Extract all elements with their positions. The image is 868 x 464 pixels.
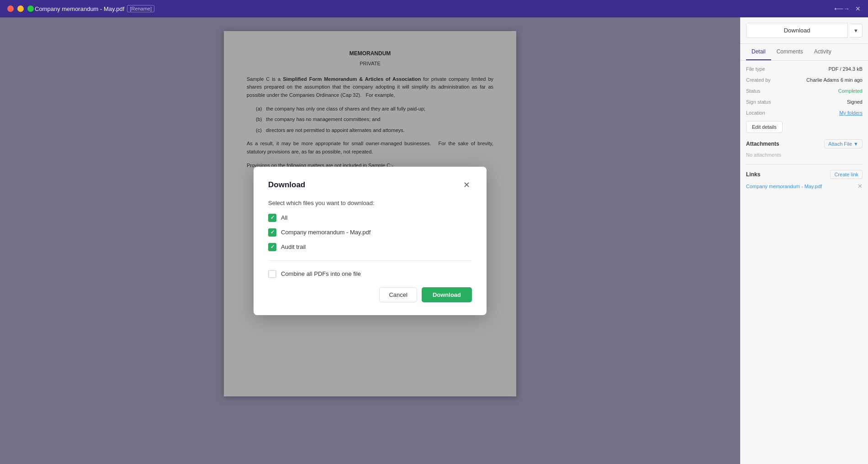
file-type-label: File type [746, 66, 765, 72]
detail-status: Status Completed [746, 88, 863, 94]
links-title: Links [746, 171, 760, 178]
modal-close-button[interactable]: ✕ [461, 179, 472, 190]
titlebar-icons: ⟵→ ✕ [834, 5, 861, 12]
status-label: Status [746, 88, 760, 94]
close-button[interactable] [7, 5, 14, 12]
sign-status-label: Sign status [746, 99, 771, 105]
attach-file-button[interactable]: Attach File ▼ [824, 139, 863, 148]
tab-detail[interactable]: Detail [746, 44, 771, 60]
checkbox-combine-label: Combine all PDFs into one file [281, 270, 361, 277]
modal-header: Download ✕ [268, 179, 472, 190]
minimize-button[interactable] [17, 5, 24, 12]
created-by-value: Charlie Adams 6 min ago [806, 77, 863, 83]
detail-file-type: File type PDF / 294.3 kB [746, 66, 863, 72]
file-type-value: PDF / 294.3 kB [828, 66, 863, 72]
window-title: Company memorandum - May.pdf [35, 5, 124, 12]
checkbox-all[interactable]: All [268, 214, 472, 222]
panel-download-button[interactable]: Download [746, 23, 848, 38]
download-modal: Download ✕ Select which files you want t… [254, 167, 487, 315]
download-btn-area: Download ▼ [746, 23, 863, 38]
modal-divider [268, 260, 472, 261]
link-remove-button[interactable]: ✕ [857, 183, 863, 190]
edit-details-button[interactable]: Edit details [746, 121, 783, 133]
panel-top: Download ▼ [741, 17, 868, 44]
checkbox-company-memo[interactable]: Company memorandum - May.pdf [268, 228, 472, 237]
links-header: Links Create link [746, 170, 863, 179]
links-section: Links Create link Company memorandum - M… [746, 164, 863, 190]
checkbox-all-box[interactable] [268, 214, 276, 222]
checkbox-group: All Company memorandum - May.pdf Audit t… [268, 214, 472, 251]
panel-details: File type PDF / 294.3 kB Created by Char… [741, 61, 868, 198]
checkbox-company-memo-label: Company memorandum - May.pdf [281, 229, 370, 236]
checkbox-all-label: All [281, 214, 287, 221]
cancel-button[interactable]: Cancel [379, 287, 417, 302]
no-attachments-text: No attachments [746, 152, 863, 158]
checkbox-audit-trail-box[interactable] [268, 243, 276, 251]
attachments-title: Attachments [746, 141, 779, 147]
detail-sign-status: Sign status Signed [746, 99, 863, 105]
rename-badge[interactable]: [Rename] [127, 5, 154, 12]
checkbox-company-memo-box[interactable] [268, 228, 276, 237]
tab-activity[interactable]: Activity [809, 44, 837, 60]
checkbox-combine-box[interactable] [268, 270, 276, 278]
create-link-button[interactable]: Create link [830, 170, 863, 179]
sign-status-value: Signed [847, 99, 863, 105]
modal-subtitle: Select which files you want to download: [268, 200, 472, 206]
location-label: Location [746, 110, 765, 116]
detail-location: Location My folders [746, 110, 863, 116]
created-by-label: Created by [746, 77, 771, 83]
maximize-button[interactable] [27, 5, 34, 12]
document-area: MEMORANDUM PRIVATE Sample C is a Simplif… [0, 17, 740, 464]
tab-comments[interactable]: Comments [771, 44, 809, 60]
detail-created-by: Created by Charlie Adams 6 min ago [746, 77, 863, 83]
minimize-icon[interactable]: ⟵→ [834, 5, 850, 12]
checkbox-audit-trail-label: Audit trail [281, 243, 306, 250]
panel-tabs: Detail Comments Activity [741, 44, 868, 61]
titlebar: Company memorandum - May.pdf [Rename] ⟵→… [0, 0, 868, 17]
link-item: Company memorandum - May.pdf ✕ [746, 183, 863, 190]
attachments-header: Attachments Attach File ▼ [746, 139, 863, 148]
close-icon[interactable]: ✕ [855, 5, 861, 12]
traffic-lights [7, 5, 34, 12]
right-panel: Download ▼ Detail Comments Activity File… [740, 17, 868, 464]
link-label[interactable]: Company memorandum - May.pdf [746, 184, 822, 189]
modal-title: Download [268, 180, 305, 190]
download-button[interactable]: Download [422, 287, 472, 302]
download-dropdown-arrow[interactable]: ▼ [850, 24, 863, 37]
main-area: MEMORANDUM PRIVATE Sample C is a Simplif… [0, 17, 868, 464]
checkbox-audit-trail[interactable]: Audit trail [268, 243, 472, 251]
status-value: Completed [838, 88, 863, 94]
checkbox-combine[interactable]: Combine all PDFs into one file [268, 270, 472, 278]
modal-footer: Cancel Download [268, 287, 472, 302]
modal-overlay: Download ✕ Select which files you want t… [0, 17, 740, 464]
location-value[interactable]: My folders [839, 110, 863, 116]
